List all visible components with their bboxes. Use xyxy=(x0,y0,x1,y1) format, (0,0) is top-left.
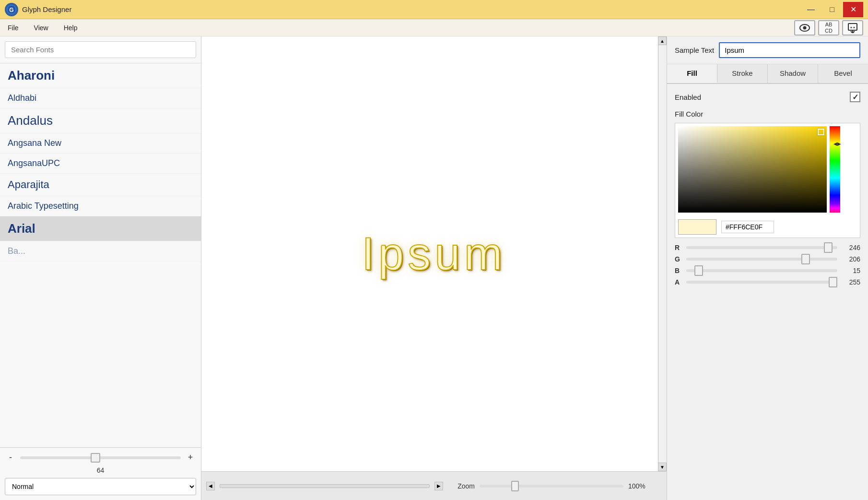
size-plus-button[interactable]: + xyxy=(185,452,196,463)
hue-indicator: ◀ ▶ xyxy=(833,142,841,146)
tab-stroke[interactable]: Stroke xyxy=(717,64,768,83)
zoom-percent: 100% xyxy=(628,482,652,490)
tabs-row: Fill Stroke Shadow Bevel xyxy=(667,64,868,84)
b-value: 15 xyxy=(841,267,860,274)
title-bar-controls: — □ ✕ xyxy=(801,2,863,17)
size-minus-button[interactable]: - xyxy=(5,452,16,463)
minimize-button[interactable]: — xyxy=(801,2,821,17)
sample-text-input[interactable] xyxy=(719,42,860,58)
font-item-aharoni[interactable]: Aharoni xyxy=(0,63,201,88)
main-content: Aharoni Aldhabi Andalus Angsana New Angs… xyxy=(0,36,868,500)
r-slider[interactable] xyxy=(686,246,837,249)
title-bar: G Glyph Designer — □ ✕ xyxy=(0,0,868,19)
color-hex-input[interactable] xyxy=(721,221,774,233)
g-slider[interactable] xyxy=(686,258,837,261)
svg-rect-7 xyxy=(678,126,827,213)
gradient-indicator xyxy=(818,129,824,135)
size-slider-row: - + xyxy=(5,452,196,463)
font-item-angsanaupc[interactable]: AngsanaUPC xyxy=(0,154,201,174)
scroll-down-button[interactable]: ▼ xyxy=(658,463,667,471)
tab-bevel[interactable]: Bevel xyxy=(818,64,868,83)
sample-text-row: Sample Text xyxy=(667,36,868,64)
search-container xyxy=(0,36,201,63)
close-button[interactable]: ✕ xyxy=(843,2,863,17)
zoom-slider[interactable] xyxy=(480,485,623,488)
color-swatch-row xyxy=(678,219,857,235)
font-item-aparajita[interactable]: Aparajita xyxy=(0,174,201,196)
bottom-controls: - + 64 Normal Bold Italic Bold Italic xyxy=(0,447,201,500)
size-slider[interactable] xyxy=(20,456,181,459)
font-item-arial[interactable]: Arial xyxy=(0,216,201,241)
maximize-button[interactable]: □ xyxy=(822,2,842,17)
color-swatch[interactable] xyxy=(678,219,716,235)
canvas-text: Ipsum xyxy=(362,227,506,280)
abcd-button[interactable]: ABCD xyxy=(818,20,839,36)
menu-bar: File View Help ABCD ✦✦ xyxy=(0,19,868,36)
g-label: G xyxy=(675,255,682,263)
menu-bar-left: File View Help xyxy=(5,22,80,34)
menu-view[interactable]: View xyxy=(31,22,51,34)
scroll-up-button[interactable]: ▲ xyxy=(658,36,667,45)
a-value: 255 xyxy=(841,278,860,286)
menu-help[interactable]: Help xyxy=(61,22,81,34)
g-row: G 206 xyxy=(675,255,860,263)
svg-text:G: G xyxy=(9,7,13,13)
font-item-arabic[interactable]: Arabic Typesetting xyxy=(0,196,201,216)
enabled-checkbox[interactable] xyxy=(850,92,860,102)
zoom-row: Zoom 100% xyxy=(448,482,662,490)
b-row: B 15 xyxy=(675,267,860,274)
svg-rect-8 xyxy=(830,126,840,213)
scroll-left-button[interactable]: ◀ xyxy=(206,482,215,490)
svg-text:✦✦: ✦✦ xyxy=(850,26,856,29)
left-panel: Aharoni Aldhabi Andalus Angsana New Angs… xyxy=(0,36,201,500)
search-input[interactable] xyxy=(5,41,196,58)
window-title: Glyph Designer xyxy=(22,5,71,13)
canvas-scroll-track[interactable] xyxy=(658,45,667,471)
panel-section: Enabled Fill Color xyxy=(667,84,868,298)
canvas-main: Ipsum xyxy=(201,36,667,471)
menu-bar-right: ABCD ✦✦ xyxy=(794,20,863,36)
h-scrollbar-track[interactable] xyxy=(220,484,430,488)
tab-fill[interactable]: Fill xyxy=(667,64,717,83)
enabled-row: Enabled xyxy=(675,92,860,102)
menu-file[interactable]: File xyxy=(5,22,22,34)
r-label: R xyxy=(675,244,682,251)
font-item-placeholder[interactable]: Ba... xyxy=(0,241,201,262)
hue-controls: ◀ ▶ xyxy=(830,126,840,214)
a-label: A xyxy=(675,278,682,286)
sample-text-label: Sample Text xyxy=(675,46,714,54)
right-panel: Sample Text Fill Stroke Shadow Bevel Ena… xyxy=(667,36,868,500)
tab-shadow[interactable]: Shadow xyxy=(768,64,818,83)
a-row: A 255 xyxy=(675,278,860,286)
ab-icon: ABCD xyxy=(825,22,833,33)
enabled-label: Enabled xyxy=(675,93,701,101)
preview-button[interactable] xyxy=(794,20,815,36)
a-slider[interactable] xyxy=(686,281,837,284)
color-picker[interactable]: ◀ ▶ xyxy=(675,123,860,238)
app-icon: G xyxy=(5,3,18,16)
style-select[interactable]: Normal Bold Italic Bold Italic xyxy=(5,478,196,495)
canvas-bottom: ◀ ▶ Zoom 100% xyxy=(201,471,667,500)
font-item-aldhabi[interactable]: Aldhabi xyxy=(0,88,201,108)
hue-strip-container[interactable]: ◀ ▶ xyxy=(830,126,840,214)
r-value: 246 xyxy=(841,244,860,251)
b-slider[interactable] xyxy=(686,269,837,272)
font-size-display: 64 xyxy=(5,466,196,474)
scroll-right-button[interactable]: ▶ xyxy=(434,482,443,490)
title-bar-left: G Glyph Designer xyxy=(5,3,71,16)
fill-color-label: Fill Color xyxy=(675,110,860,118)
svg-point-3 xyxy=(803,26,807,29)
color-gradient[interactable] xyxy=(678,126,827,213)
font-item-angsana[interactable]: Angsana New xyxy=(0,133,201,154)
export-button[interactable]: ✦✦ xyxy=(842,20,863,36)
zoom-label: Zoom xyxy=(457,482,475,490)
font-item-andalus[interactable]: Andalus xyxy=(0,108,201,133)
b-label: B xyxy=(675,267,682,274)
font-list[interactable]: Aharoni Aldhabi Andalus Angsana New Angs… xyxy=(0,63,201,447)
color-picker-main: ◀ ▶ xyxy=(678,126,857,214)
g-value: 206 xyxy=(841,255,860,263)
canvas-area: ▲ ▼ Ipsum ◀ ▶ Zoom 100% xyxy=(201,36,667,500)
r-row: R 246 xyxy=(675,244,860,251)
